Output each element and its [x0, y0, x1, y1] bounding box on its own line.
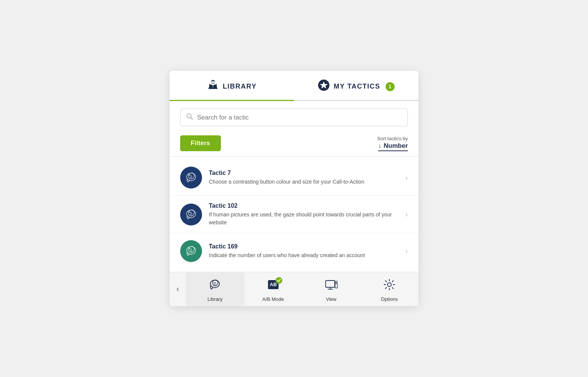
tactic-icon-7 [180, 167, 202, 188]
tab-library-label: LIBRARY [223, 83, 257, 90]
library-icon: 📖 [207, 79, 219, 94]
filters-button[interactable]: Filters [180, 135, 221, 151]
my-tactics-badge: 1 [386, 82, 395, 91]
search-input[interactable] [197, 114, 402, 121]
tactic-102-content: Tactic 102 If human pictures are used, t… [209, 202, 398, 226]
ab-check-badge [276, 277, 282, 284]
tactic-item-7[interactable]: Tactic 7 Choose a contrasting button col… [170, 160, 418, 196]
nav-library-label: Library [208, 296, 223, 302]
nav-item-ab-mode[interactable]: AB A/B Mode [244, 273, 302, 306]
app-container: 📖 LIBRARY MY TACTICS 1 [170, 71, 418, 306]
sort-arrow-icon: ↓ [378, 142, 381, 150]
filter-sort-row: Filters Sort tactics by ↓ Number [170, 129, 418, 156]
tactic-7-desc: Choose a contrasting button colour and s… [209, 178, 398, 185]
svg-rect-21 [335, 281, 337, 283]
tactic-169-chevron: › [405, 247, 408, 255]
tactics-list: Tactic 7 Choose a contrasting button col… [170, 157, 418, 272]
tactic-7-content: Tactic 7 Choose a contrasting button col… [209, 170, 398, 185]
tactic-icon-169 [180, 240, 202, 262]
tab-library[interactable]: 📖 LIBRARY [170, 71, 294, 100]
tactic-7-chevron: › [405, 173, 408, 182]
nav-view-icon [325, 278, 338, 294]
tactic-item-102[interactable]: Tactic 102 If human pictures are used, t… [170, 196, 418, 233]
svg-point-14 [210, 280, 219, 288]
nav-back-button[interactable]: ‹ [170, 272, 186, 306]
sort-value-text: Number [384, 142, 408, 150]
tab-my-tactics[interactable]: MY TACTICS 1 [294, 71, 418, 100]
svg-point-13 [189, 248, 190, 249]
svg-text:AB: AB [270, 282, 277, 287]
svg-rect-17 [326, 280, 335, 287]
nav-items: Library AB A/B Mode [186, 273, 418, 306]
tactic-7-title: Tactic 7 [209, 170, 398, 176]
tactic-169-content: Tactic 169 Indicate the number of users … [209, 243, 398, 259]
tabs-bar: 📖 LIBRARY MY TACTICS 1 [170, 71, 418, 101]
svg-line-7 [191, 118, 193, 120]
bottom-nav: ‹ Library AB [170, 272, 418, 306]
tactic-169-desc: Indicate the number of users who have al… [209, 251, 398, 259]
nav-ab-label: A/B Mode [262, 296, 284, 302]
svg-point-11 [189, 211, 190, 212]
tactic-102-title: Tactic 102 [209, 202, 398, 209]
svg-text:📖: 📖 [211, 80, 215, 84]
nav-library-icon [208, 278, 222, 294]
nav-ab-icon: AB [266, 278, 280, 294]
search-area [170, 101, 418, 129]
sort-label: Sort tactics by [377, 136, 408, 141]
star-icon [318, 79, 330, 94]
nav-item-options[interactable]: Options [360, 273, 418, 306]
tab-my-tactics-label: MY TACTICS [334, 83, 380, 90]
search-icon [186, 113, 193, 122]
nav-options-icon [383, 278, 396, 294]
search-input-wrap [180, 109, 408, 126]
nav-view-label: View [326, 296, 337, 302]
tactic-102-desc: If human pictures are used, the gaze sho… [209, 211, 398, 226]
svg-point-9 [189, 175, 190, 176]
nav-item-library[interactable]: Library [186, 273, 244, 306]
svg-point-22 [387, 283, 391, 287]
nav-options-label: Options [381, 296, 398, 302]
tactic-icon-102 [180, 204, 202, 225]
sort-area: Sort tactics by ↓ Number [377, 136, 408, 151]
tactic-102-chevron: › [405, 210, 408, 219]
nav-item-view[interactable]: View [302, 273, 360, 306]
tactic-item-169[interactable]: Tactic 169 Indicate the number of users … [170, 233, 418, 269]
svg-rect-20 [335, 284, 337, 288]
sort-value[interactable]: ↓ Number [378, 142, 408, 151]
tactic-169-title: Tactic 169 [209, 243, 398, 250]
